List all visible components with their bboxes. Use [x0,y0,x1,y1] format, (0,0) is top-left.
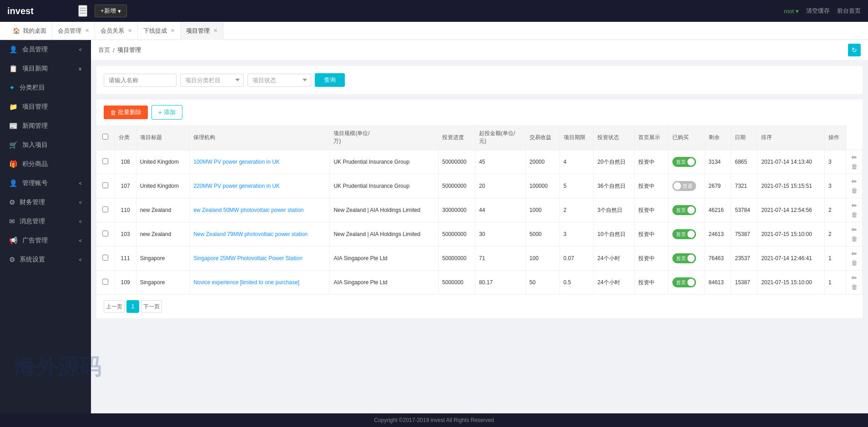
cell-progress: 20 [475,174,526,198]
th-category: 分类 [115,125,136,150]
sidebar-item-member-mgmt-label: 会员管理 [22,45,48,54]
next-page-button[interactable]: 下一页 [141,300,162,313]
table-row: 109 Singapore Novice experience [limited… [96,271,863,295]
delete-button[interactable]: 🗑 [851,187,858,194]
sidebar-item-ad-mgmt[interactable]: 📢 广告管理 < [0,231,91,250]
tab-downline-close[interactable]: ✕ [171,28,175,34]
refresh-button[interactable]: ↻ [848,44,861,56]
status-select[interactable]: 项目状态 [247,74,311,87]
cell-sort: 3 [825,174,846,198]
breadcrumb-bar: 首页 / 项目管理 ↻ [91,40,868,60]
topbar-left: invest ☰ +新增 ▾ [7,5,127,17]
root-user-link[interactable]: root ▾ [784,8,799,15]
row-checkbox[interactable] [102,158,108,164]
tab-downline[interactable]: 下线提成 ✕ [138,22,181,40]
breadcrumb: 首页 / 项目管理 [98,46,141,54]
homepage-toggle[interactable]: 普通 [672,181,696,191]
breadcrumb-current: 项目管理 [117,46,141,54]
sidebar-item-member-mgmt[interactable]: 👤 会员管理 < [0,40,91,59]
chevron-down-icon: ∨ [78,66,82,72]
sidebar-item-finance-mgmt[interactable]: ⚙ 财务管理 < [0,193,91,212]
cell-institution: AIA Singapore Pte Ltd [330,246,439,271]
cell-period: 10个自然日 [594,222,635,246]
cell-remaining: 53784 [731,198,757,222]
th-bought: 已购买 [669,125,705,150]
menu-toggle-button[interactable]: ☰ [78,5,87,17]
edit-button[interactable]: ✏ [852,202,857,209]
row-checkbox[interactable] [102,279,108,285]
tab-member-rel[interactable]: 会员关系 ✕ [95,22,138,40]
delete-button[interactable]: 🗑 [851,235,858,242]
cell-period: 24个小时 [594,246,635,271]
edit-button[interactable]: ✏ [852,154,857,161]
cell-progress: 44 [475,198,526,222]
delete-button[interactable]: 🗑 [851,259,858,266]
sidebar-item-admin-account[interactable]: 👤 管理账号 < [0,174,91,193]
sidebar-item-project-news[interactable]: 📋 项目新闻 ∨ [0,59,91,78]
sidebar-item-join-project[interactable]: 🛒 加入项目 [0,136,91,155]
cell-scale: 50000000 [439,150,475,174]
cell-bought: 84613 [705,271,731,295]
delete-button[interactable]: 🗑 [851,211,858,218]
cell-remaining: 75387 [731,222,757,246]
cell-checkbox [96,271,115,295]
add-button[interactable]: + 添加 [151,105,182,120]
select-all-checkbox[interactable] [102,134,108,140]
front-page-button[interactable]: 前台首页 [837,7,861,15]
cell-institution: New Zealand | AIA Holdings Limited [330,222,439,246]
tab-project-mgmt[interactable]: 项目管理 ✕ [181,22,223,40]
batch-delete-button[interactable]: 🗑 批量删除 [104,105,148,119]
delete-button[interactable]: 🗑 [851,163,858,170]
action-bar: 🗑 批量删除 + 添加 [96,100,863,125]
sidebar-item-news-mgmt[interactable]: 📰 新闻管理 [0,116,91,136]
category-select[interactable]: 项目分类栏目 [180,74,244,87]
cell-status: 投资中 [635,174,669,198]
tab-member-mgmt-close[interactable]: ✕ [85,28,89,34]
row-checkbox[interactable] [102,206,108,212]
chevron-left-icon: < [79,47,82,52]
cell-yield: 5 [560,174,594,198]
homepage-toggle[interactable]: 首页 [672,229,696,239]
sidebar-item-category[interactable]: ✦ 分类栏目 [0,78,91,97]
cell-remaining: 23537 [731,246,757,271]
homepage-toggle[interactable]: 首页 [672,277,696,287]
row-checkbox[interactable] [102,255,108,261]
new-button[interactable]: +新增 ▾ [95,5,127,17]
delete-button[interactable]: 🗑 [851,283,858,291]
batch-delete-label: 批量删除 [118,108,141,116]
sidebar-item-system-settings[interactable]: ⚙ 系统设置 < [0,250,91,269]
clear-cache-button[interactable]: 清空缓存 [806,7,830,15]
homepage-toggle[interactable]: 首页 [672,253,696,263]
edit-button[interactable]: ✏ [852,226,857,233]
edit-button[interactable]: ✏ [852,178,857,185]
footer-text: Copyright ©2017-2019 invest All Rights R… [374,417,494,423]
homepage-toggle[interactable]: 首页 [672,205,696,215]
cell-status: 投资中 [635,246,669,271]
query-button[interactable]: 查询 [315,73,345,87]
tab-project-mgmt-close[interactable]: ✕ [213,28,217,34]
cell-bought: 24613 [705,222,731,246]
row-checkbox[interactable] [102,231,108,236]
cell-actions: ✏ 🗑 [846,198,863,222]
tab-member-mgmt[interactable]: 会员管理 ✕ [52,22,95,40]
message-icon: ✉ [9,217,15,226]
breadcrumb-home-link[interactable]: 首页 [98,46,110,54]
content-wrapper: 项目分类栏目 项目状态 查询 🗑 批量删除 + 添加 [91,60,868,324]
cell-actions: ✏ 🗑 [846,271,863,295]
chevron-left-icon: < [79,238,82,243]
name-search-input[interactable] [104,74,177,87]
sidebar-item-message-mgmt[interactable]: ✉ 消息管理 < [0,212,91,231]
homepage-toggle[interactable]: 首页 [672,157,696,167]
prev-page-button[interactable]: 上一页 [104,300,125,313]
sidebar-item-points-goods[interactable]: 🎁 积分商品 [0,155,91,174]
sidebar-item-project-mgmt[interactable]: 📁 项目管理 [0,97,91,116]
th-title: 项目标题 [136,125,190,150]
page-1-button[interactable]: 1 [126,300,139,313]
row-checkbox[interactable] [102,182,108,188]
edit-button[interactable]: ✏ [852,250,857,257]
edit-button[interactable]: ✏ [852,274,857,281]
ad-icon: 📢 [9,236,18,245]
tab-member-rel-close[interactable]: ✕ [128,28,132,34]
breadcrumb-separator: / [113,47,115,54]
tab-home[interactable]: 🏠 我的桌面 [7,22,52,40]
